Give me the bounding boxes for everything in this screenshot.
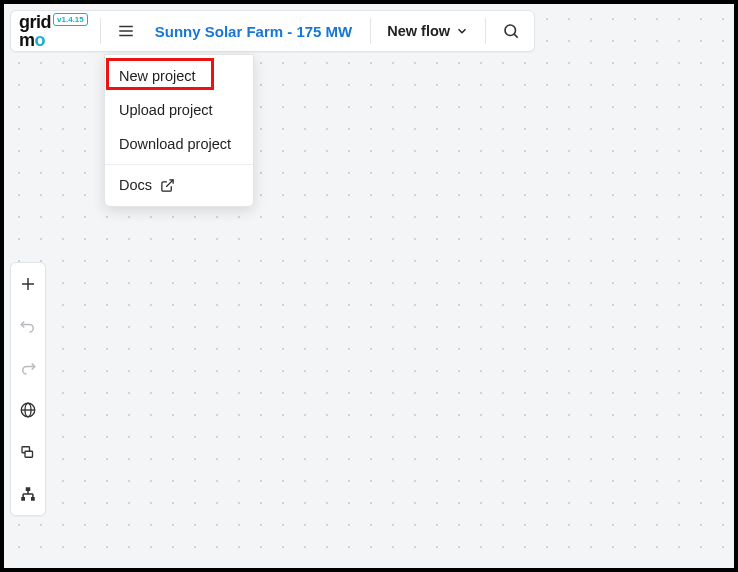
search-icon [502,22,520,40]
chevron-down-icon [455,24,469,38]
add-button[interactable] [11,263,45,305]
divider [100,18,101,44]
tree-button[interactable] [11,473,45,515]
redo-button[interactable] [11,347,45,389]
svg-point-3 [505,25,516,36]
svg-rect-15 [31,497,35,501]
globe-icon [19,401,37,419]
menu-item-label: New project [119,68,196,84]
new-flow-dropdown[interactable]: New flow [379,23,477,39]
menu-item-upload-project[interactable]: Upload project [105,93,253,127]
svg-rect-12 [25,451,33,457]
svg-rect-14 [21,497,25,501]
external-link-icon [160,178,175,193]
hamburger-icon [117,22,135,40]
version-badge: v1.4.15 [53,13,88,26]
divider [370,18,371,44]
tree-icon [19,485,37,503]
menu-item-docs[interactable]: Docs [105,168,253,202]
menu-item-label: Download project [119,136,231,152]
menu-item-new-project[interactable]: New project [105,59,253,93]
search-button[interactable] [494,14,528,48]
menu-separator [105,164,253,165]
menu-item-download-project[interactable]: Download project [105,127,253,161]
undo-button[interactable] [11,305,45,347]
app-logo[interactable]: gridmo v1.4.15 [19,13,92,49]
menu-item-label: Docs [119,177,152,193]
project-name[interactable]: Sunny Solar Farm - 175 MW [145,23,363,40]
redo-icon [19,359,37,377]
svg-line-5 [166,179,173,186]
menu-item-label: Upload project [119,102,213,118]
main-menu-dropdown: New project Upload project Download proj… [104,54,254,207]
logo-text: gridmo [19,13,51,49]
layers-button[interactable] [11,431,45,473]
undo-icon [19,317,37,335]
top-toolbar: gridmo v1.4.15 Sunny Solar Farm - 175 MW… [10,10,535,52]
plus-icon [19,275,37,293]
hamburger-menu-button[interactable] [109,14,143,48]
svg-line-4 [514,34,518,38]
svg-rect-13 [26,487,31,491]
globe-button[interactable] [11,389,45,431]
side-toolbar [10,262,46,516]
layers-icon [19,443,37,461]
new-flow-label: New flow [387,23,450,39]
divider [485,18,486,44]
